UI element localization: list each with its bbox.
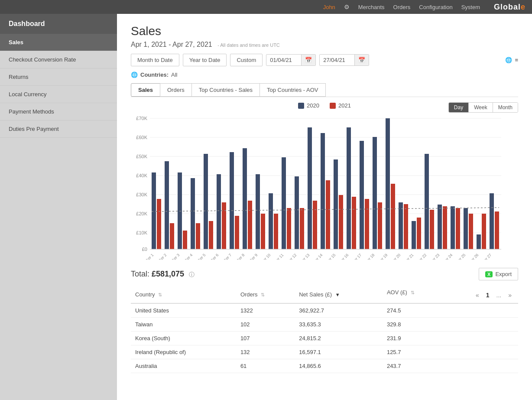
page-title: Sales (131, 24, 518, 38)
tab-orders[interactable]: Orders (160, 83, 192, 97)
cell-orders: 102 (236, 318, 295, 332)
col-orders[interactable]: Orders ⇅ (236, 286, 295, 303)
svg-rect-27 (222, 202, 226, 249)
svg-rect-30 (243, 148, 247, 249)
sidebar-item-returns[interactable]: Returns (0, 68, 117, 86)
cell-country: Taiwan (131, 318, 236, 332)
gear-icon[interactable]: ⚙ (344, 3, 350, 10)
cell-orders: 132 (236, 345, 295, 359)
svg-text:Thu. Apr 1: Thu. Apr 1 (139, 253, 154, 260)
legend-2021: 2021 (330, 102, 351, 109)
svg-rect-57 (417, 218, 421, 249)
cell-aov: 125.7 (383, 345, 518, 359)
sidebar-item-checkout-conversion[interactable]: Checkout Conversion Rate (0, 51, 117, 68)
svg-rect-59 (430, 210, 434, 249)
globe-filter-button[interactable]: 🌐 ≡ (505, 57, 518, 63)
svg-rect-23 (196, 223, 200, 249)
table-row: Ireland (Republic of) 132 16,597.1 125.7 (131, 345, 518, 359)
countries-label: Countries: (140, 72, 169, 78)
nav-configuration[interactable]: Configuration (419, 4, 452, 10)
svg-rect-56 (412, 221, 416, 249)
sidebar-item-sales[interactable]: Sales (0, 34, 117, 51)
svg-rect-58 (425, 154, 429, 249)
svg-rect-68 (490, 193, 494, 249)
table-row: Taiwan 102 33,635.3 329.8 (131, 318, 518, 332)
filter-icon: ≡ (515, 57, 518, 63)
svg-rect-46 (347, 127, 351, 249)
svg-rect-24 (204, 154, 208, 249)
countries-row: 🌐 Countries: All (131, 72, 518, 78)
cell-aov: 329.8 (383, 318, 518, 332)
main-content: Sales Apr 1, 2021 - Apr 27, 2021 - All d… (117, 14, 532, 400)
date-range-display: Apr 1, 2021 - Apr 27, 2021 - All dates a… (131, 41, 518, 49)
svg-rect-42 (321, 133, 325, 249)
cell-net-sales: 24,815.2 (295, 332, 383, 345)
cell-net-sales: 33,635.3 (295, 318, 383, 332)
sidebar-item-duties-pre-payment[interactable]: Duties Pre Payment (0, 120, 117, 138)
period-month-button[interactable]: Month (493, 103, 518, 112)
svg-rect-62 (451, 206, 455, 249)
nav-user[interactable]: John (323, 4, 335, 10)
legend-2020-dot (298, 103, 304, 109)
sidebar-item-local-currency[interactable]: Local Currency (0, 86, 117, 103)
calendar-from-icon[interactable]: 📅 (301, 55, 315, 65)
calendar-to-icon[interactable]: 📅 (354, 55, 369, 65)
tab-top-countries-sales[interactable]: Top Countries - Sales (191, 83, 260, 97)
tab-sales[interactable]: Sales (131, 83, 160, 97)
svg-rect-64 (464, 208, 468, 249)
sidebar-item-payment-methods[interactable]: Payment Methods (0, 103, 117, 120)
nav-orders[interactable]: Orders (393, 4, 411, 10)
month-to-date-button[interactable]: Month to Date (131, 54, 179, 66)
col-net-sales[interactable]: Net Sales (£) ▼ (295, 286, 383, 303)
table-row: United States 1322 362,922.7 274.5 (131, 303, 518, 318)
svg-rect-45 (339, 195, 343, 249)
date-from-input[interactable] (266, 55, 301, 65)
sort-country-icon: ⇅ (158, 292, 162, 297)
svg-rect-17 (157, 199, 161, 249)
svg-rect-29 (235, 216, 239, 249)
chart-container: 2020 2021 Day Week Month £70K £60K £50K (131, 102, 518, 261)
period-week-button[interactable]: Week (469, 103, 493, 112)
tab-top-countries-aov[interactable]: Top Countries - AOV (260, 83, 326, 97)
cell-aov: 274.5 (383, 303, 518, 318)
col-aov[interactable]: AOV (£) ⇅ « 1 ... » (383, 286, 518, 303)
cell-aov: 231.9 (383, 332, 518, 345)
svg-rect-54 (399, 202, 403, 249)
cell-net-sales: 14,865.6 (295, 359, 383, 373)
nav-system[interactable]: System (461, 4, 480, 10)
pagination: « 1 ... » (474, 291, 514, 299)
cell-orders: 1322 (236, 303, 295, 318)
info-icon[interactable]: ⓘ (189, 271, 195, 278)
svg-text:£60K: £60K (136, 135, 147, 140)
svg-rect-52 (386, 118, 390, 249)
svg-rect-65 (469, 214, 473, 249)
page-prev[interactable]: « (474, 291, 481, 299)
sort-net-sales-icon: ▼ (335, 292, 340, 297)
svg-rect-51 (378, 202, 382, 249)
sidebar: Dashboard Sales Checkout Conversion Rate… (0, 14, 117, 400)
col-country[interactable]: Country ⇅ (131, 286, 236, 303)
total-text: Total: £581,075 (131, 270, 186, 278)
cell-orders: 107 (236, 332, 295, 345)
year-to-date-button[interactable]: Year to Date (183, 54, 227, 66)
export-button[interactable]: X Export (479, 268, 518, 280)
nav-merchants[interactable]: Merchants (358, 4, 385, 10)
svg-text:£20K: £20K (136, 211, 147, 216)
sort-orders-icon: ⇅ (261, 292, 265, 297)
period-day-button[interactable]: Day (449, 103, 469, 112)
svg-rect-40 (308, 127, 312, 249)
date-to-input[interactable] (320, 55, 354, 65)
chart-tabs: Sales Orders Top Countries - Sales Top C… (131, 83, 518, 97)
legend-2020-label: 2020 (307, 102, 319, 109)
period-buttons: Day Week Month (448, 102, 518, 113)
svg-rect-22 (191, 178, 195, 249)
custom-button[interactable]: Custom (230, 54, 263, 66)
cell-net-sales: 362,922.7 (295, 303, 383, 318)
svg-rect-53 (391, 184, 395, 249)
sidebar-header: Dashboard (0, 14, 117, 34)
svg-rect-31 (248, 201, 252, 249)
total-display: Total: £581,075 ⓘ (131, 270, 195, 279)
page-current[interactable]: 1 (484, 291, 492, 299)
export-label: Export (495, 271, 512, 277)
page-next[interactable]: » (506, 291, 514, 299)
